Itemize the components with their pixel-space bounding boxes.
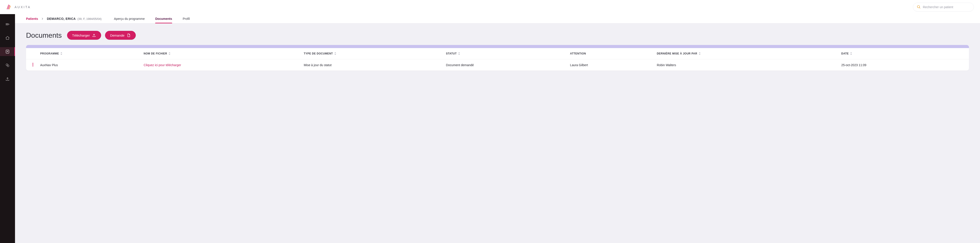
page-title-row: Documents Télécharger Demande <box>26 31 969 40</box>
expand-icon <box>5 22 10 27</box>
sort-icon <box>458 52 460 55</box>
col-date-header[interactable]: DATE <box>838 48 969 59</box>
brand-logo-icon <box>6 4 12 10</box>
table-row: AuxNav Plus Cliquez ici pour télécharger… <box>26 59 969 71</box>
cell-status: Document demandé <box>443 59 567 71</box>
svg-line-1 <box>919 8 920 8</box>
breadcrumb-patient-name: DEMARCO, ERICA <box>47 17 76 21</box>
sort-icon <box>850 52 852 55</box>
col-doctype-label: TYPE DE DOCUMENT <box>304 52 333 55</box>
svg-point-12 <box>32 63 33 64</box>
breadcrumb-patient: DEMARCO, ERICA (39, F, 1984/05/04) <box>47 17 102 21</box>
breadcrumb: Patients DEMARCO, ERICA (39, F, 1984/05/… <box>26 17 102 21</box>
col-filename-header[interactable]: NOM DE FICHIER <box>141 48 301 59</box>
patient-search[interactable] <box>913 3 974 11</box>
card-accent <box>26 45 969 48</box>
breadcrumb-patient-meta: (39, F, 1984/05/04) <box>78 17 102 21</box>
svg-point-9 <box>7 65 9 67</box>
tab-profile[interactable]: Profil <box>183 14 190 23</box>
home-icon <box>5 36 10 40</box>
documents-table: PROGRAMME NOM DE FICHIER <box>26 48 969 71</box>
tab-overview[interactable]: Aperçu du programme <box>114 14 145 23</box>
cell-attention: Laura Gilbert <box>568 59 654 71</box>
tabs: Aperçu du programme Documents Profil <box>114 14 189 23</box>
col-attention-header: ATTENTION <box>568 48 654 59</box>
col-doctype-header[interactable]: TYPE DE DOCUMENT <box>301 48 443 59</box>
tab-documents[interactable]: Documents <box>155 14 172 23</box>
document-icon <box>127 33 130 37</box>
upload-icon <box>5 77 10 81</box>
rail-expand[interactable] <box>0 20 15 29</box>
col-program-header[interactable]: PROGRAMME <box>38 48 141 59</box>
upload-icon <box>92 33 96 37</box>
col-updatedby-header[interactable]: DERNIÈRE MISE À JOUR PAR <box>654 48 839 59</box>
search-icon <box>916 5 921 10</box>
cell-filename-link[interactable]: Cliquez ici pour télécharger <box>141 59 301 71</box>
rail-patients[interactable] <box>0 47 15 56</box>
col-attention-label: ATTENTION <box>570 52 586 55</box>
cell-date: 25-oct-2023 11:09 <box>838 59 969 71</box>
request-button[interactable]: Demande <box>105 31 136 40</box>
top-bar: AUXITA <box>0 0 980 14</box>
col-status-label: STATUT <box>446 52 457 55</box>
patients-icon <box>5 49 10 54</box>
row-actions-menu[interactable] <box>32 63 33 67</box>
upload-button-label: Télécharger <box>72 33 90 37</box>
col-date-label: DATE <box>841 52 849 55</box>
sort-icon <box>169 52 170 55</box>
svg-point-14 <box>32 65 33 67</box>
col-status-header[interactable]: STATUT <box>443 48 567 59</box>
rail-meds[interactable] <box>0 61 15 70</box>
col-filename-label: NOM DE FICHIER <box>144 52 167 55</box>
sub-header: Patients DEMARCO, ERICA (39, F, 1984/05/… <box>15 14 980 23</box>
brand: AUXITA <box>6 4 31 10</box>
col-actions-header <box>26 48 38 59</box>
request-button-label: Demande <box>110 33 124 37</box>
patient-search-input[interactable] <box>923 5 970 9</box>
rail-home[interactable] <box>0 33 15 42</box>
left-rail <box>0 14 15 243</box>
cell-program: AuxNav Plus <box>38 59 141 71</box>
col-updatedby-label: DERNIÈRE MISE À JOUR PAR <box>657 52 697 55</box>
meds-icon <box>5 63 10 67</box>
documents-table-card: PROGRAMME NOM DE FICHIER <box>26 45 969 71</box>
content: Documents Télécharger Demande <box>15 23 980 79</box>
sort-icon <box>60 52 62 55</box>
sort-icon <box>334 52 336 55</box>
brand-name: AUXITA <box>14 5 31 9</box>
sort-icon <box>698 52 701 55</box>
rail-upload[interactable] <box>0 75 15 83</box>
cell-updatedby: Robin Walters <box>654 59 839 71</box>
svg-point-13 <box>32 64 33 65</box>
main-area: Patients DEMARCO, ERICA (39, F, 1984/05/… <box>15 14 980 243</box>
upload-button[interactable]: Télécharger <box>67 31 101 40</box>
svg-point-8 <box>6 64 8 65</box>
chevron-right-icon <box>41 17 44 20</box>
cell-doctype: Mise à jour du statut <box>301 59 443 71</box>
dots-vertical-icon <box>32 63 33 67</box>
page-title: Documents <box>26 31 62 40</box>
col-program-label: PROGRAMME <box>40 52 59 55</box>
breadcrumb-root[interactable]: Patients <box>26 17 38 21</box>
